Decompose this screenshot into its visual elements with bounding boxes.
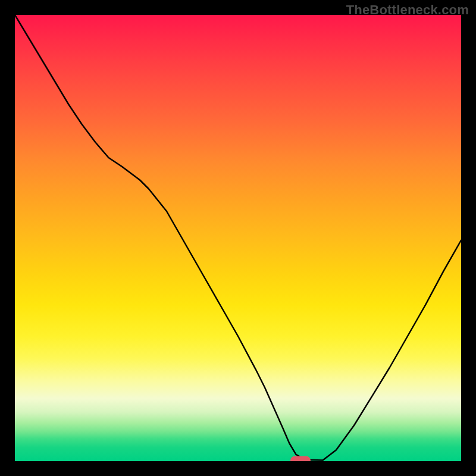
chart-canvas: TheBottleneck.com — [0, 0, 476, 476]
optimal-point-marker — [290, 456, 311, 461]
plot-area — [15, 15, 461, 461]
bottleneck-curve — [15, 15, 461, 461]
watermark-text: TheBottleneck.com — [346, 2, 469, 18]
